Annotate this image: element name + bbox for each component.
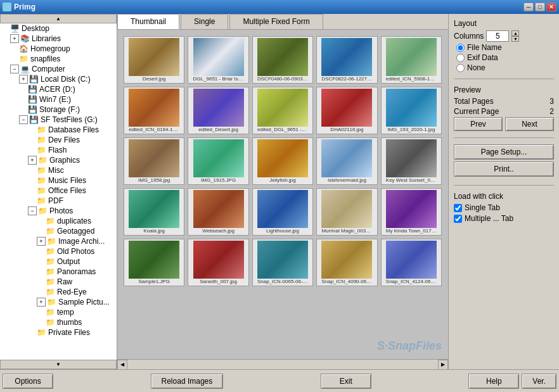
- tree-item-acer_d[interactable]: 💾ACER (D:): [0, 84, 117, 94]
- tree-item-sf_testfiles[interactable]: −💾SF TestFiles (G:): [0, 115, 117, 125]
- tree-item-sample[interactable]: +📁Sample Pictu...: [0, 297, 117, 307]
- checkbox-single-tab-input[interactable]: [454, 204, 462, 212]
- tree-item-duplicates[interactable]: 📁duplicates: [0, 216, 117, 226]
- tree-item-music[interactable]: 📁Music Files: [0, 175, 117, 186]
- radio-filename[interactable]: File Name: [456, 43, 554, 52]
- tree-item-raw[interactable]: 📁Raw: [0, 277, 117, 287]
- radio-none[interactable]: None: [456, 63, 554, 72]
- tree-item-storage_f[interactable]: 💾Storage (F:): [0, 104, 117, 115]
- tree-item-output[interactable]: 📁Output: [0, 256, 117, 267]
- thumbnail-item-20[interactable]: My Kinda Town_017440...: [381, 188, 442, 236]
- thumbnail-item-6[interactable]: edited_ICN_0194-12-09...: [124, 87, 184, 134]
- columns-input[interactable]: [486, 30, 509, 42]
- thumbnail-item-12[interactable]: IMG_1915.JPG: [188, 137, 248, 185]
- radio-none-input[interactable]: [456, 64, 465, 72]
- exit-button[interactable]: Exit: [321, 374, 371, 389]
- columns-spin-up[interactable]: ▲: [511, 30, 519, 36]
- thumbnail-item-14[interactable]: Islehmermaid.jpg: [316, 137, 377, 185]
- thumbnail-item-2[interactable]: DGL_9651 - Briar Island...: [188, 36, 248, 84]
- thumbnail-item-13[interactable]: Jellyfish.jpg: [252, 137, 313, 185]
- tree-item-panoramas[interactable]: 📁Panoramas: [0, 267, 117, 277]
- tree-item-desktop[interactable]: 🖥️Desktop: [0, 23, 117, 34]
- tree-item-geotagged[interactable]: 📁Geotagged: [0, 226, 117, 236]
- thumbnail-item-22[interactable]: Saranth_007.jpg: [188, 239, 248, 286]
- tree-item-snapfiles[interactable]: 📁snapfiles: [0, 54, 117, 64]
- help-button[interactable]: Help: [468, 374, 519, 389]
- tree-item-misc[interactable]: 📁Misc: [0, 165, 117, 175]
- tree-item-office[interactable]: 📁Office Files: [0, 186, 117, 196]
- thumbnail-item-10[interactable]: IMG_193_2020-1.jpg: [381, 87, 442, 134]
- tree-item-pdf[interactable]: 📁PDF: [0, 196, 117, 206]
- minimize-button[interactable]: ─: [524, 3, 534, 11]
- horizontal-scrollbar[interactable]: ◀ ▶: [117, 359, 448, 369]
- tree-item-win7_e[interactable]: 💾Win7 (E:): [0, 94, 117, 104]
- thumbnail-item-7[interactable]: edited_Desert.jpg: [188, 87, 248, 134]
- page-setup-button[interactable]: Page Setup...: [454, 144, 554, 160]
- expand-btn-image_arch[interactable]: +: [37, 237, 46, 246]
- tree-item-graphics[interactable]: +📁Graphics: [0, 155, 117, 165]
- expand-btn-graphics[interactable]: +: [28, 156, 37, 165]
- maximize-button[interactable]: □: [535, 3, 545, 11]
- tree-item-homegroup[interactable]: 🏠Homegroup: [0, 44, 117, 54]
- thumbnail-item-9[interactable]: DHA02116.jpg: [316, 87, 377, 134]
- thumbnail-item-21[interactable]: Sample1.JPG: [124, 239, 184, 286]
- tab-multiple[interactable]: Multiple Fixed Form: [229, 14, 323, 29]
- radio-exif[interactable]: Exif Data: [456, 53, 554, 62]
- hscroll-right[interactable]: ▶: [438, 360, 448, 370]
- tree-item-dev[interactable]: 📁Dev Files: [0, 135, 117, 145]
- thumbnail-item-11[interactable]: IMG_1958.jpg: [124, 137, 184, 185]
- print-button[interactable]: Print..: [454, 161, 554, 177]
- thumbnail-img-18: [257, 190, 308, 228]
- expand-btn-local_c[interactable]: +: [19, 75, 28, 84]
- tree-item-thumbs[interactable]: 📁thumbs: [0, 317, 117, 327]
- thumbnail-item-5[interactable]: edited_ICN_5908-11-06...: [381, 36, 442, 84]
- thumbnail-item-3[interactable]: DSCF0480-06-0903.JPG: [252, 36, 313, 84]
- hscroll-track[interactable]: [127, 360, 438, 369]
- tree-item-local_c[interactable]: +💾Local Disk (C:): [0, 74, 117, 84]
- close-button[interactable]: ✕: [546, 3, 556, 11]
- thumbnail-item-24[interactable]: Snap_ICN_4090-06-062...: [316, 239, 377, 286]
- tree-item-libraries[interactable]: +📚Libraries: [0, 34, 117, 44]
- columns-spin-down[interactable]: ▼: [511, 36, 519, 42]
- tree-item-image_arch[interactable]: +📁Image Archi...: [0, 236, 117, 246]
- thumbnail-item-4[interactable]: DSCF0822-06-1227.JPG: [316, 36, 377, 84]
- radio-exif-input[interactable]: [456, 54, 465, 62]
- tree-item-computer[interactable]: −💻Computer: [0, 64, 117, 74]
- tree-item-database[interactable]: 📁Database Files: [0, 125, 117, 135]
- tab-thumbnail[interactable]: Thumbnail: [117, 14, 179, 29]
- total-pages-value: 3: [549, 97, 554, 106]
- tree-scroll-down[interactable]: ▼: [0, 360, 117, 369]
- next-button[interactable]: Next: [505, 117, 554, 131]
- tree-item-flash[interactable]: 📁Flash: [0, 145, 117, 155]
- options-button[interactable]: Options: [3, 374, 53, 389]
- checkbox-multiple-tab-input[interactable]: [454, 215, 462, 223]
- tree-item-old_photos[interactable]: 📁Old Photos: [0, 246, 117, 256]
- expand-btn-photos[interactable]: −: [28, 206, 37, 215]
- checkbox-multiple-tab[interactable]: Multiple ... Tab: [454, 214, 554, 223]
- thumbnail-item-17[interactable]: Webseach.jpg: [188, 188, 248, 236]
- tree-item-red_eye[interactable]: 📁Red-Eye: [0, 287, 117, 297]
- thumbnail-item-25[interactable]: Snap_ICN_4124-06-062...: [381, 239, 442, 286]
- ver-button[interactable]: Ver.: [522, 374, 556, 389]
- tree-scroll-up[interactable]: ▲: [0, 14, 117, 23]
- expand-btn-sample[interactable]: +: [37, 298, 46, 307]
- thumbnail-item-18[interactable]: Lighthouse.jpg: [252, 188, 313, 236]
- expand-btn-computer[interactable]: −: [10, 65, 19, 73]
- tab-single[interactable]: Single: [181, 14, 228, 29]
- thumbnail-item-15[interactable]: Key West Sunset_06442...: [381, 137, 442, 185]
- expand-btn-sf_testfiles[interactable]: −: [19, 115, 28, 124]
- checkbox-single-tab[interactable]: Single Tab: [454, 203, 554, 212]
- thumbnail-item-1[interactable]: Desert.jpg: [124, 36, 184, 84]
- tree-item-temp[interactable]: 📁temp: [0, 307, 117, 317]
- thumbnail-item-19[interactable]: Murrival Magic_0039065...: [316, 188, 377, 236]
- prev-button[interactable]: Prev: [454, 117, 503, 131]
- hscroll-left[interactable]: ◀: [117, 360, 127, 370]
- radio-filename-input[interactable]: [456, 44, 465, 52]
- tree-item-photos[interactable]: −📁Photos: [0, 206, 117, 216]
- thumbnail-item-16[interactable]: Koala.jpg: [124, 188, 184, 236]
- expand-btn-libraries[interactable]: +: [10, 34, 19, 43]
- tree-item-private[interactable]: 📁Private Files: [0, 327, 117, 338]
- reload-button[interactable]: Reload Images: [151, 374, 224, 389]
- thumbnail-item-8[interactable]: edited_DGL_9651 - Bria...: [252, 87, 313, 134]
- thumbnail-item-23[interactable]: Snap_ICN-0065-06-040...: [252, 239, 313, 286]
